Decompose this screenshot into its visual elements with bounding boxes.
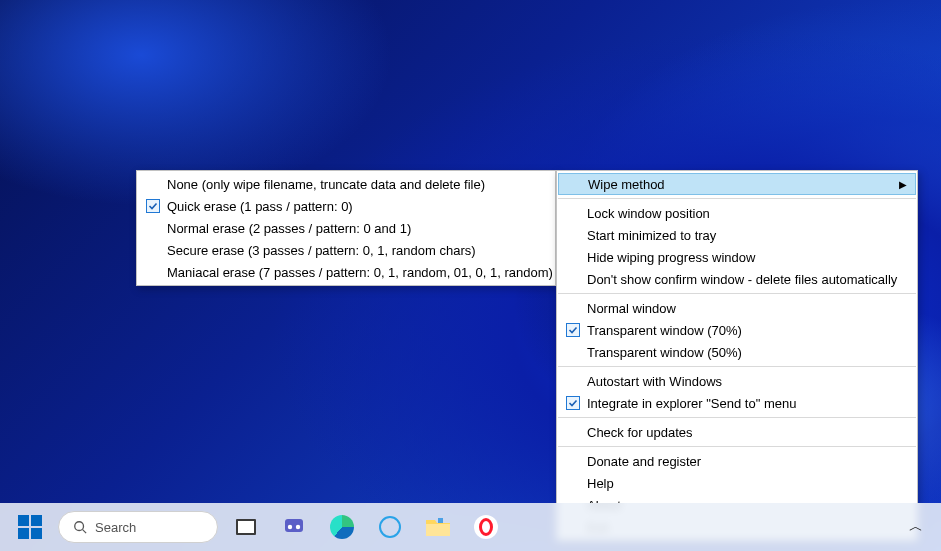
windows-logo-icon <box>18 515 42 539</box>
check-slot <box>563 227 583 243</box>
svg-rect-8 <box>438 518 443 523</box>
check-slot <box>563 344 583 360</box>
start-button[interactable] <box>10 507 50 547</box>
check-slot <box>563 249 583 265</box>
check-slot <box>563 271 583 287</box>
svg-rect-7 <box>426 524 450 536</box>
menu-item-label: Maniacal erase (7 passes / pattern: 0, 1… <box>167 265 553 280</box>
check-slot <box>563 373 583 389</box>
menu-item-normal-window[interactable]: Normal window <box>557 297 917 319</box>
check-slot <box>143 198 163 214</box>
menu-item-lock-window[interactable]: Lock window position <box>557 202 917 224</box>
chat-icon <box>282 515 306 539</box>
menu-item-wipe-normal[interactable]: Normal erase (2 passes / pattern: 0 and … <box>137 217 555 239</box>
check-slot <box>563 453 583 469</box>
svg-line-1 <box>83 530 87 534</box>
opera-icon <box>474 515 498 539</box>
menu-item-label: Transparent window (70%) <box>587 323 742 338</box>
menu-item-wipe-none[interactable]: None (only wipe filename, truncate data … <box>137 173 555 195</box>
check-slot <box>563 300 583 316</box>
cortana-icon <box>379 516 401 538</box>
menu-item-autostart[interactable]: Autostart with Windows <box>557 370 917 392</box>
menu-item-label: Lock window position <box>587 206 710 221</box>
tray-context-menu: Wipe method ▶ Lock window position Start… <box>556 170 918 541</box>
taskbar: Search <box>0 503 941 551</box>
check-slot <box>143 242 163 258</box>
menu-item-no-confirm[interactable]: Don't show confirm window - delete files… <box>557 268 917 290</box>
menu-item-donate[interactable]: Donate and register <box>557 450 917 472</box>
menu-item-start-minimized[interactable]: Start minimized to tray <box>557 224 917 246</box>
tray-chevron-icon[interactable]: ︿ <box>909 518 923 536</box>
check-slot <box>563 205 583 221</box>
taskbar-edge[interactable] <box>322 507 362 547</box>
menu-item-label: Start minimized to tray <box>587 228 716 243</box>
taskview-icon <box>235 518 257 536</box>
submenu-arrow-icon: ▶ <box>899 179 907 190</box>
menu-item-wipe-secure[interactable]: Secure erase (3 passes / pattern: 0, 1, … <box>137 239 555 261</box>
check-slot <box>143 176 163 192</box>
taskbar-explorer[interactable] <box>418 507 458 547</box>
menu-item-label: Quick erase (1 pass / pattern: 0) <box>167 199 353 214</box>
menu-item-wipe-quick[interactable]: Quick erase (1 pass / pattern: 0) <box>137 195 555 217</box>
menu-item-wipe-maniacal[interactable]: Maniacal erase (7 passes / pattern: 0, 1… <box>137 261 555 283</box>
menu-item-label: Integrate in explorer "Send to" menu <box>587 396 796 411</box>
check-slot <box>143 220 163 236</box>
taskbar-opera[interactable] <box>466 507 506 547</box>
check-slot <box>564 176 584 192</box>
menu-separator <box>558 198 916 199</box>
check-slot <box>563 322 583 338</box>
svg-point-5 <box>288 525 292 529</box>
menu-item-wipe-method[interactable]: Wipe method ▶ <box>558 173 916 195</box>
menu-item-label: Wipe method <box>588 177 665 192</box>
menu-item-hide-progress[interactable]: Hide wiping progress window <box>557 246 917 268</box>
svg-rect-3 <box>238 521 254 533</box>
menu-item-label: Hide wiping progress window <box>587 250 755 265</box>
menu-item-help[interactable]: Help <box>557 472 917 494</box>
menu-item-transparent-50[interactable]: Transparent window (50%) <box>557 341 917 363</box>
menu-separator <box>558 366 916 367</box>
taskbar-cortana[interactable] <box>370 507 410 547</box>
search-icon <box>73 520 87 534</box>
svg-point-0 <box>75 522 84 531</box>
menu-separator <box>558 293 916 294</box>
menu-item-transparent-70[interactable]: Transparent window (70%) <box>557 319 917 341</box>
svg-rect-4 <box>285 519 303 532</box>
menu-item-label: Normal erase (2 passes / pattern: 0 and … <box>167 221 411 236</box>
taskbar-search[interactable]: Search <box>58 511 218 543</box>
menu-item-label: Don't show confirm window - delete files… <box>587 272 897 287</box>
wipe-method-submenu: None (only wipe filename, truncate data … <box>136 170 556 286</box>
checkmark-icon <box>146 199 160 213</box>
svg-point-6 <box>296 525 300 529</box>
edge-icon <box>330 515 354 539</box>
menu-item-check-updates[interactable]: Check for updates <box>557 421 917 443</box>
check-slot <box>563 395 583 411</box>
checkmark-icon <box>566 396 580 410</box>
taskbar-taskview[interactable] <box>226 507 266 547</box>
menu-item-label: Autostart with Windows <box>587 374 722 389</box>
menu-item-label: Normal window <box>587 301 676 316</box>
menu-item-sendto[interactable]: Integrate in explorer "Send to" menu <box>557 392 917 414</box>
menu-item-label: Help <box>587 476 614 491</box>
taskbar-tray[interactable]: ︿ <box>909 518 931 536</box>
taskbar-chat[interactable] <box>274 507 314 547</box>
menu-item-label: Donate and register <box>587 454 701 469</box>
folder-icon <box>425 516 451 538</box>
menu-item-label: None (only wipe filename, truncate data … <box>167 177 485 192</box>
menu-separator <box>558 417 916 418</box>
check-slot <box>563 475 583 491</box>
menu-separator <box>558 446 916 447</box>
search-placeholder: Search <box>95 520 136 535</box>
menu-item-label: Transparent window (50%) <box>587 345 742 360</box>
menu-item-label: Check for updates <box>587 425 693 440</box>
menu-item-label: Secure erase (3 passes / pattern: 0, 1, … <box>167 243 476 258</box>
checkmark-icon <box>566 323 580 337</box>
check-slot <box>563 424 583 440</box>
check-slot <box>143 264 163 280</box>
